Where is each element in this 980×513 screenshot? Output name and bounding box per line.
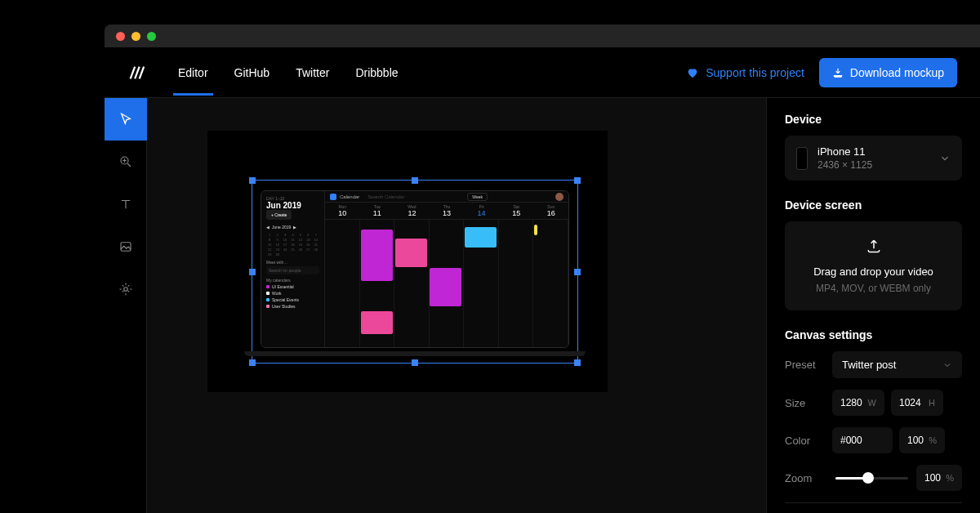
canvas-section-title: Canvas settings: [785, 328, 962, 341]
slider-thumb[interactable]: [862, 472, 874, 484]
drop-text: Drag and drop your video: [795, 265, 952, 278]
upload-icon: [866, 238, 882, 254]
resize-handle-bm[interactable]: [412, 359, 418, 366]
color-label: Color: [785, 435, 832, 447]
tool-settings[interactable]: [105, 268, 147, 310]
text-icon: [118, 197, 133, 212]
cursor-icon: [118, 112, 133, 127]
drop-subtext: MP4, MOV, or WEBM only: [795, 283, 952, 294]
resize-handle-br[interactable]: [574, 359, 581, 366]
properties-panel: Device iPhone 11 2436 × 1125 Device scre…: [766, 98, 980, 513]
resize-handle-mr[interactable]: [574, 269, 581, 275]
support-label: Support this project: [706, 66, 804, 79]
download-icon: [832, 67, 844, 78]
device-selector[interactable]: iPhone 11 2436 × 1125: [785, 136, 962, 181]
chevron-down-icon: [942, 360, 952, 370]
preset-select[interactable]: Twitter post: [832, 351, 962, 378]
opacity-input[interactable]: 100%: [899, 427, 945, 453]
calendar-grid: [325, 220, 568, 347]
support-link[interactable]: Support this project: [686, 66, 804, 79]
size-label: Size: [785, 397, 832, 409]
zoom-slider[interactable]: [835, 477, 908, 480]
app-logo-icon: [127, 64, 145, 82]
window-zoom-button[interactable]: [147, 32, 156, 41]
mockup-screen-content: DAY 1–10 Jun 2019 + Create ◀June 2019▶ 1…: [261, 191, 568, 347]
tool-zoom[interactable]: [105, 141, 147, 183]
nav-dribbble[interactable]: Dribbble: [355, 50, 398, 96]
app-window: Editor GitHub Twitter Dribbble Support t…: [105, 25, 980, 513]
titlebar: [105, 25, 980, 47]
laptop-base: [244, 351, 586, 356]
laptop-mockup[interactable]: DAY 1–10 Jun 2019 + Create ◀June 2019▶ 1…: [261, 190, 569, 348]
nav-github[interactable]: GitHub: [234, 50, 270, 96]
resize-handle-tl[interactable]: [249, 177, 256, 184]
device-thumb-icon: [796, 147, 808, 170]
nav-twitter[interactable]: Twitter: [296, 50, 329, 96]
left-toolbar: [105, 98, 147, 513]
tool-text[interactable]: [105, 183, 147, 225]
avatar: [555, 193, 564, 201]
header: Editor GitHub Twitter Dribbble Support t…: [105, 47, 980, 98]
cal-month-title: Jun 2019: [266, 201, 319, 210]
chevron-down-icon: [939, 153, 951, 164]
tool-select[interactable]: [105, 98, 147, 141]
width-input[interactable]: 1280W: [832, 390, 884, 416]
resize-handle-bl[interactable]: [249, 359, 256, 366]
selection-frame[interactable]: DAY 1–10 Jun 2019 + Create ◀June 2019▶ 1…: [252, 180, 578, 364]
device-name: iPhone 11: [817, 145, 872, 158]
device-section-title: Device: [785, 113, 962, 126]
device-dimensions: 2436 × 1125: [817, 159, 872, 171]
video-drop-zone[interactable]: Drag and drop your video MP4, MOV, or WE…: [785, 221, 962, 310]
svg-rect-1: [121, 243, 131, 252]
divider: [785, 502, 962, 503]
download-button[interactable]: Download mockup: [819, 58, 957, 87]
download-label: Download mockup: [850, 66, 944, 79]
gear-icon: [118, 282, 133, 297]
nav-editor[interactable]: Editor: [178, 50, 208, 96]
height-input[interactable]: 1024H: [891, 390, 943, 416]
image-icon: [118, 239, 133, 254]
canvas-area[interactable]: DAY 1–10 Jun 2019 + Create ◀June 2019▶ 1…: [147, 98, 766, 513]
preset-value: Twitter post: [842, 359, 896, 371]
calendar-day-headers: Mon10 Tue11 Wed12 Thu13 Fri14 Sat15 Sun1…: [325, 203, 568, 220]
resize-handle-tm[interactable]: [412, 177, 418, 184]
color-input[interactable]: #000: [832, 427, 893, 453]
resize-handle-ml[interactable]: [249, 269, 256, 275]
zoom-in-icon: [118, 154, 133, 169]
zoom-input[interactable]: 100%: [916, 465, 962, 491]
svg-point-2: [124, 288, 128, 292]
resize-handle-tr[interactable]: [574, 177, 581, 184]
screen-section-title: Device screen: [785, 199, 962, 212]
window-close-button[interactable]: [116, 32, 125, 41]
tool-image[interactable]: [105, 225, 147, 268]
window-minimize-button[interactable]: [131, 32, 140, 41]
main-nav: Editor GitHub Twitter Dribbble: [178, 50, 399, 96]
mini-calendar: 1234567 891011121314 15161718192021 2223…: [266, 233, 319, 256]
cal-create-button: + Create: [266, 210, 292, 220]
heart-icon: [686, 66, 699, 79]
preset-label: Preset: [785, 359, 832, 371]
zoom-label: Zoom: [785, 472, 832, 484]
